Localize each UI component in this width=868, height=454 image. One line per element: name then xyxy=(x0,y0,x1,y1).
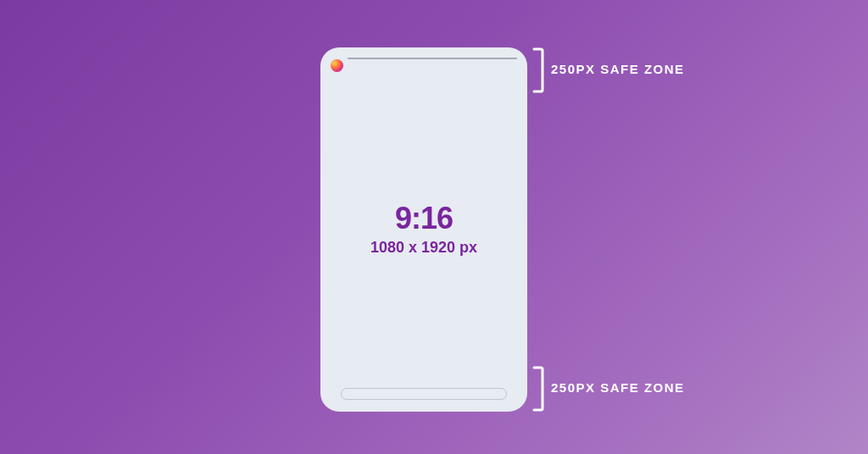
bracket-bottom-icon xyxy=(532,366,544,412)
aspect-ratio-text: 9:16 xyxy=(320,203,527,234)
bracket-top-icon xyxy=(532,47,544,93)
top-safe-zone-label: 250PX SAFE ZONE xyxy=(551,62,685,76)
bottom-safe-zone-label: 250PX SAFE ZONE xyxy=(551,380,685,395)
center-info: 9:16 1080 x 1920 px xyxy=(320,203,527,257)
story-size-diagram: 9:16 1080 x 1920 px 250PX SAFE ZONE 250P… xyxy=(0,0,868,454)
story-avatar-icon xyxy=(331,59,343,72)
story-frame: 9:16 1080 x 1920 px xyxy=(320,47,527,412)
story-progress-bar xyxy=(348,58,517,59)
swipe-up-pill xyxy=(341,388,507,400)
pixel-dimensions-text: 1080 x 1920 px xyxy=(320,239,527,257)
